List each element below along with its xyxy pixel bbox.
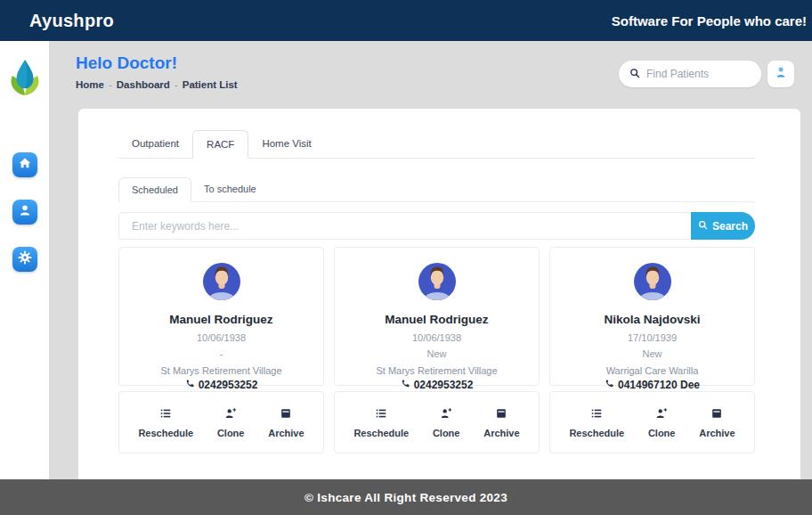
search-button-label: Search	[712, 220, 748, 233]
keyword-search-bar: Search	[118, 212, 755, 240]
patient-card: Nikola Najdovski 17/10/1939 New Warrigal…	[549, 247, 755, 386]
patient-list-panel: Outpatient RACF Home Visit Scheduled To …	[78, 109, 800, 479]
patient-status: New	[550, 348, 754, 359]
reschedule-label: Reschedule	[138, 428, 193, 438]
patient-column: Manuel Rodriguez 10/06/1938 - St Marys R…	[118, 247, 324, 454]
archive-icon	[495, 407, 508, 423]
patient-dob: 10/06/1938	[335, 332, 539, 343]
clone-label: Clone	[433, 428, 460, 438]
list-icon	[159, 407, 172, 423]
archive-label: Archive	[483, 428, 519, 438]
header-tagline: Software For People who care!	[612, 13, 812, 29]
patient-status: -	[119, 348, 323, 359]
patient-phone-number: 0414967120 Dee	[618, 379, 700, 391]
reschedule-label: Reschedule	[353, 428, 409, 438]
clone-button[interactable]: Clone	[648, 407, 676, 438]
patient-phone: 0242953252	[335, 379, 539, 391]
find-patients-input[interactable]	[646, 68, 751, 80]
patient-cards-grid: Manuel Rodriguez 10/06/1938 - St Marys R…	[118, 247, 755, 454]
company-leaf-logo	[8, 53, 42, 103]
patient-phone-number: 0242953252	[199, 379, 258, 391]
reschedule-label: Reschedule	[569, 428, 624, 438]
clone-button[interactable]: Clone	[217, 407, 245, 438]
patient-name: Manuel Rodriguez	[335, 313, 539, 326]
patient-avatar	[634, 263, 671, 300]
patient-dob: 10/06/1938	[119, 332, 323, 343]
patient-name: Manuel Rodriguez	[119, 313, 323, 326]
gear-icon	[18, 250, 32, 268]
archive-button[interactable]: Archive	[483, 407, 519, 438]
patient-card: Manuel Rodriguez 10/06/1938 - St Marys R…	[118, 247, 324, 386]
breadcrumb-separator: -	[175, 79, 178, 90]
list-icon	[590, 407, 603, 423]
copyright-text: © Ishcare All Right Reserved 2023	[304, 491, 508, 504]
patient-actions-card: Reschedule Clone Archive	[549, 391, 755, 454]
tab-to-schedule[interactable]: To schedule	[191, 177, 269, 201]
search-icon	[698, 220, 708, 233]
reschedule-button[interactable]: Reschedule	[138, 407, 193, 438]
brand-logo-text: Ayushpro	[0, 11, 114, 31]
schedule-tabs: Scheduled To schedule	[118, 177, 755, 202]
person-icon	[774, 65, 788, 83]
reschedule-button[interactable]: Reschedule	[353, 407, 409, 438]
breadcrumb-patient-list: Patient List	[183, 79, 238, 90]
tab-home-visit[interactable]: Home Visit	[248, 130, 324, 158]
clone-button[interactable]: Clone	[433, 407, 460, 438]
sidebar	[0, 41, 49, 479]
archive-label: Archive	[699, 428, 735, 438]
tab-scheduled[interactable]: Scheduled	[118, 177, 191, 202]
visit-type-tabs: Outpatient RACF Home Visit	[118, 130, 755, 159]
top-header: Ayushpro Software For People who care!	[0, 0, 812, 41]
tab-outpatient[interactable]: Outpatient	[118, 130, 192, 158]
user-icon	[18, 203, 32, 221]
patient-name: Nikola Najdovski	[550, 313, 754, 326]
patient-phone: 0242953252	[119, 379, 323, 391]
patient-status: New	[335, 348, 539, 359]
person-plus-icon	[224, 407, 237, 423]
archive-label: Archive	[268, 428, 304, 438]
clone-label: Clone	[217, 428, 245, 438]
breadcrumb-dashboard[interactable]: Dashboard	[117, 79, 170, 90]
app-window: Ayushpro Software For People who care!	[0, 0, 812, 515]
patient-facility: St Marys Retirement Village	[335, 365, 539, 376]
patient-actions-card: Reschedule Clone Archive	[334, 391, 540, 454]
phone-icon	[605, 379, 614, 391]
patient-column: Manuel Rodriguez 10/06/1938 New St Marys…	[334, 247, 540, 454]
footer: © Ishcare All Right Reserved 2023	[0, 479, 812, 515]
archive-icon	[710, 407, 723, 423]
tab-racf[interactable]: RACF	[192, 130, 248, 159]
profile-button[interactable]	[767, 61, 794, 87]
patient-dob: 17/10/1939	[550, 332, 754, 343]
patient-phone-number: 0242953252	[414, 379, 474, 391]
person-plus-icon	[440, 407, 452, 423]
patient-facility: Warrigal Care Warilla	[550, 365, 754, 376]
sidebar-item-home[interactable]	[12, 152, 37, 177]
search-icon	[629, 66, 640, 82]
archive-icon	[280, 407, 292, 423]
keyword-search-input[interactable]	[118, 212, 691, 240]
list-icon	[375, 407, 387, 423]
patient-facility: St Marys Retirement Village	[119, 365, 323, 376]
sidebar-item-patients[interactable]	[12, 200, 37, 225]
phone-icon	[401, 379, 410, 391]
patient-avatar	[203, 263, 240, 300]
archive-button[interactable]: Archive	[699, 407, 735, 438]
patient-column: Nikola Najdovski 17/10/1939 New Warrigal…	[549, 247, 755, 454]
home-icon	[18, 156, 32, 174]
patient-card: Manuel Rodriguez 10/06/1938 New St Marys…	[334, 247, 540, 386]
breadcrumb-separator: -	[109, 79, 112, 90]
archive-button[interactable]: Archive	[268, 407, 304, 438]
breadcrumb: Home-Dashboard-Patient List	[76, 79, 238, 90]
reschedule-button[interactable]: Reschedule	[569, 407, 624, 438]
patient-phone: 0414967120 Dee	[550, 379, 754, 391]
page-title: Helo Doctor!	[76, 53, 177, 73]
find-patients-box	[619, 61, 761, 87]
breadcrumb-home[interactable]: Home	[76, 79, 104, 90]
clone-label: Clone	[648, 428, 676, 438]
person-plus-icon	[655, 407, 668, 423]
sidebar-item-settings[interactable]	[12, 247, 37, 272]
phone-icon	[185, 379, 195, 391]
search-button[interactable]: Search	[691, 212, 755, 240]
patient-avatar	[418, 263, 456, 300]
patient-actions-card: Reschedule Clone Archive	[118, 391, 324, 454]
